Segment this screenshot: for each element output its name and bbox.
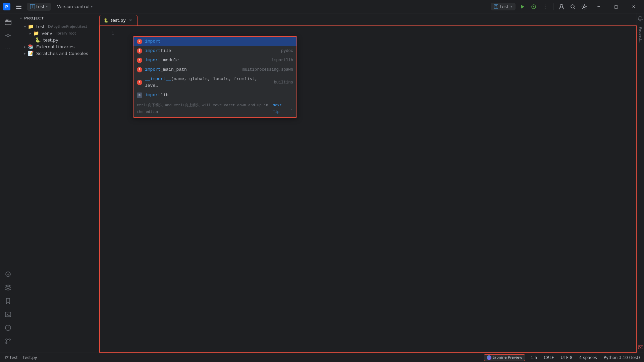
svg-line-10 [574, 8, 575, 9]
next-tip-link[interactable]: Next Tip [273, 102, 288, 115]
autocomplete-error-icon3: ! [137, 67, 142, 72]
autocomplete-item-dunder-import[interactable]: ! __import__(name, globals, locals, from… [133, 74, 297, 90]
tree-arrow-icon: ▾ [24, 25, 26, 28]
debug-button[interactable] [529, 2, 538, 11]
activity-git-icon[interactable] [2, 335, 14, 347]
project-selector[interactable]: 🅃 test ▾ [27, 3, 51, 11]
version-control-button[interactable]: Version control ▾ [54, 3, 95, 10]
tree-item-test-py[interactable]: 🐍 test.py [16, 37, 99, 43]
project-panel-title: Project [24, 16, 44, 20]
svg-point-8 [560, 4, 563, 7]
svg-rect-3 [16, 6, 21, 7]
activity-commit-icon[interactable] [2, 29, 14, 42]
autocomplete-dunderimport-hint: builtins [274, 79, 293, 86]
hamburger-menu-button[interactable] [14, 2, 23, 11]
settings-icon[interactable] [580, 2, 589, 11]
code-editor[interactable]: impo K import ! importfile [117, 26, 636, 352]
autocomplete-item-import[interactable]: K import [133, 37, 297, 46]
tree-item-external-libraries[interactable]: ▸ 📚 External Libraries [16, 43, 99, 50]
cursor-position-label: 1:5 [531, 355, 537, 360]
right-bar-email-icon[interactable] [638, 344, 644, 350]
run-button[interactable] [518, 2, 527, 11]
activity-terminal-icon[interactable] [2, 308, 14, 320]
tree-item-name: test [36, 24, 45, 29]
autocomplete-item-importlib[interactable]: m importlib [133, 90, 297, 100]
tree-arrow-icon: ▸ [24, 52, 26, 55]
autocomplete-dropdown[interactable]: K import ! importfile pydoc [133, 36, 297, 118]
editor-area: 🐍 test.py ✕ 1 impo K im [99, 13, 637, 353]
paused-label: Paused... [638, 27, 643, 44]
project-chevron-icon: ▾ [46, 5, 48, 8]
autocomplete-importmodule-text: import_module [145, 57, 269, 64]
right-bar-bottom [638, 344, 644, 350]
search-everywhere-icon[interactable] [568, 2, 578, 11]
python-version-status[interactable]: Python 3.10 (test) [602, 355, 641, 361]
line-ending-status[interactable]: CRLF [542, 355, 555, 361]
file-path-status[interactable]: test.py [22, 355, 39, 361]
activity-problems-icon[interactable] [2, 322, 14, 334]
cursor-position-status[interactable]: 1:5 [529, 355, 538, 361]
activity-bookmarks-icon[interactable] [2, 295, 14, 307]
maximize-button[interactable]: □ [608, 0, 624, 13]
title-bar-left: P 🅃 test ▾ Version control ▾ [3, 2, 95, 11]
editor-tab-test-py[interactable]: 🐍 test.py ✕ [99, 15, 138, 25]
git-branch-status[interactable]: test [3, 355, 20, 361]
autocomplete-importfile-text: importfile [145, 48, 278, 54]
autocomplete-error-icon2: ! [137, 58, 142, 63]
svg-rect-20 [5, 312, 11, 317]
autocomplete-more-button[interactable]: ⋮ [289, 105, 293, 112]
close-button[interactable]: ✕ [626, 0, 641, 13]
app-logo: P [3, 3, 11, 11]
notification-bell[interactable] [638, 16, 644, 22]
activity-bar-bottom [2, 268, 14, 350]
indentation-label: 4 spaces [579, 355, 597, 360]
tabnine-preview-badge[interactable]: tabnine Preview [484, 354, 525, 361]
project-panel-chevron-icon: ▾ [20, 16, 22, 20]
activity-plugins-icon[interactable] [2, 268, 14, 280]
tree-item-test-root[interactable]: ▾ 📁 test D:\pythonProject\test [16, 23, 99, 30]
autocomplete-importmainpath-hint: multiprocessing.spawn [243, 66, 293, 73]
line-ending-label: CRLF [544, 355, 554, 360]
title-bar: P 🅃 test ▾ Version control ▾ 🅃 test ▾ [0, 0, 644, 13]
encoding-status[interactable]: UTF-8 [559, 355, 574, 361]
tree-item-path: D:\pythonProject\test [48, 24, 87, 29]
activity-bar: ··· [0, 13, 16, 353]
python-file-icon: 🐍 [35, 37, 41, 43]
version-control-chevron-icon: ▾ [91, 5, 93, 8]
autocomplete-error-icon4: ! [137, 80, 142, 85]
line-numbers: 1 [100, 26, 117, 352]
autocomplete-footer: Ctrl+向下箭头 and Ctrl+向上箭头 will move caret … [133, 100, 297, 117]
autocomplete-module-icon: m [137, 93, 142, 98]
account-icon[interactable] [557, 2, 566, 11]
svg-point-29 [5, 356, 6, 357]
svg-point-32 [488, 356, 490, 359]
activity-project-icon[interactable] [2, 16, 14, 28]
ext-lib-icon: 📚 [28, 44, 34, 49]
status-bar-right: tabnine Preview 1:5 CRLF UTF-8 4 spaces … [484, 354, 641, 361]
line-number: 1 [100, 30, 114, 37]
autocomplete-item-importfile[interactable]: ! importfile pydoc [133, 46, 297, 56]
folder-icon: 📁 [33, 31, 39, 36]
run-config-name: test [500, 4, 508, 9]
project-panel-header[interactable]: ▾ Project [16, 13, 99, 23]
activity-more-icon[interactable]: ··· [2, 43, 14, 55]
more-menu-button[interactable]: ⋮ [540, 2, 550, 11]
tabnine-logo-icon [487, 355, 491, 360]
autocomplete-item-import-module[interactable]: ! import_module importlib [133, 56, 297, 65]
run-configuration[interactable]: 🅃 test ▾ [491, 3, 516, 10]
indentation-status[interactable]: 4 spaces [578, 355, 598, 361]
autocomplete-footer-text: Ctrl+向下箭头 and Ctrl+向上箭头 will move caret … [137, 102, 271, 115]
minimize-button[interactable]: ─ [591, 0, 606, 13]
title-bar-right: 🅃 test ▾ ⋮ ─ □ [491, 0, 641, 13]
autocomplete-importlib-text: importlib [145, 92, 293, 99]
status-bar-left: test test.py [3, 355, 39, 361]
activity-layers-icon[interactable] [2, 282, 14, 294]
tab-close-button[interactable]: ✕ [128, 18, 133, 23]
autocomplete-importmainpath-text: import_main_path [145, 66, 240, 73]
editor-content[interactable]: 1 impo K import ! [99, 25, 637, 353]
tree-item-scratches[interactable]: ▸ 📝 Scratches and Consoles [16, 50, 99, 57]
autocomplete-item-import-main-path[interactable]: ! import_main_path multiprocessing.spawn [133, 65, 297, 74]
tree-item-scratches-name: Scratches and Consoles [36, 51, 88, 56]
project-name: test [36, 4, 45, 9]
tree-item-venv[interactable]: ▸ 📁 venv library root [16, 30, 99, 37]
